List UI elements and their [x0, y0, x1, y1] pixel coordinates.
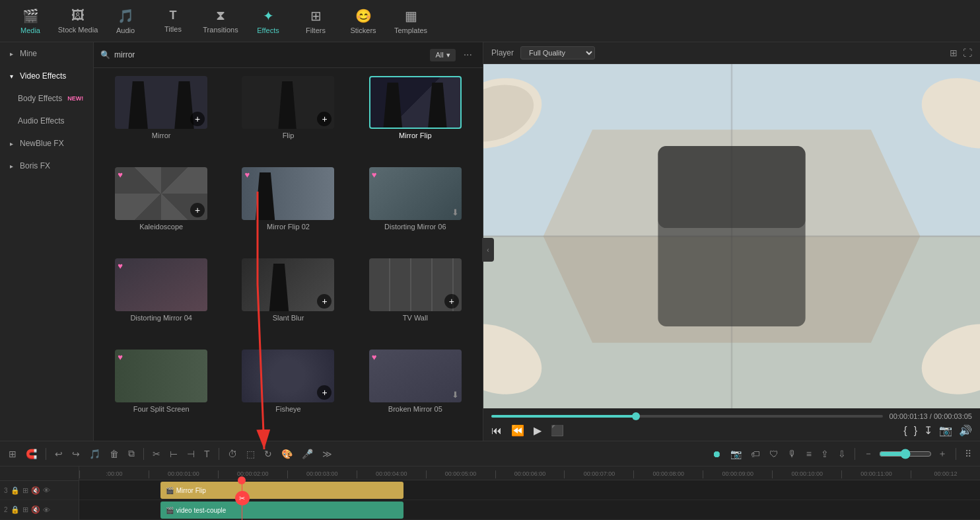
record-button[interactable]: ⏺: [709, 447, 724, 461]
clip-video-test-couple[interactable]: 🎬 video test-couple: [160, 501, 403, 519]
effect-item-fisheye[interactable]: + Fisheye: [226, 347, 350, 435]
toolbar-item-effects[interactable]: ✦ Effects: [244, 1, 292, 41]
progress-thumb[interactable]: [632, 412, 640, 420]
crop-button[interactable]: ⬚: [243, 447, 258, 461]
sidebar-item-audio-effects[interactable]: Audio Effects: [0, 110, 93, 132]
trim-start-button[interactable]: ⊢: [166, 447, 181, 461]
quality-select[interactable]: Full Quality Half Quality Quarter Qualit…: [520, 46, 595, 59]
toolbar-item-transitions[interactable]: ⧗ Transitions: [197, 1, 244, 41]
toolbar-separator-4: [855, 448, 855, 460]
mute-icon-3[interactable]: 🔇: [31, 486, 40, 495]
add-kaleidoscope-button[interactable]: +: [190, 203, 205, 217]
magnetic-button[interactable]: 🧲: [22, 447, 40, 461]
step-back-button[interactable]: ⏪: [511, 424, 524, 437]
rewind-button[interactable]: ⏮: [491, 425, 502, 437]
mark-out-button[interactable]: }: [914, 425, 917, 437]
captions-button[interactable]: ≡: [803, 447, 815, 461]
grid-view-button[interactable]: ⊞: [950, 48, 958, 58]
effect-item-four-split-screen[interactable]: ♥ Four Split Screen: [99, 347, 223, 435]
mark-in-button[interactable]: {: [903, 425, 907, 437]
eye-icon-2[interactable]: 👁: [43, 506, 50, 514]
add-fisheye-button[interactable]: +: [317, 385, 332, 400]
add-tvwall-button[interactable]: +: [444, 294, 459, 309]
collapse-panel-button[interactable]: ‹: [482, 238, 494, 262]
effect-item-tv-wall[interactable]: + TV Wall: [353, 256, 477, 344]
effect-item-kaleidoscope[interactable]: ♥ + Kaleidoscope: [99, 165, 223, 253]
sidebar-item-mine[interactable]: ▸ Mine: [0, 42, 93, 65]
fullscreen-button[interactable]: ⛶: [963, 48, 972, 58]
toolbar-item-templates[interactable]: ▦ Templates: [387, 1, 435, 41]
search-input[interactable]: [114, 50, 426, 59]
redo-button[interactable]: ↪: [69, 447, 83, 461]
sidebar-item-newblue-fx[interactable]: ▸ NewBlue FX: [0, 132, 93, 155]
shield-button[interactable]: 🛡: [766, 447, 782, 461]
speed-button[interactable]: ⏱: [225, 447, 240, 461]
add-slantblur-button[interactable]: +: [317, 294, 332, 309]
progress-bar[interactable]: [491, 415, 883, 418]
effect-item-distorting-mirror-04[interactable]: ♥ Distorting Mirror 04: [99, 256, 223, 344]
control-buttons: ⏮ ⏪ ▶ ⬛ { } ↧ 📷 🔊: [491, 424, 972, 437]
capture-button[interactable]: 📷: [939, 424, 952, 437]
import-button[interactable]: ⇩: [835, 447, 849, 461]
stop-button[interactable]: ⬛: [551, 424, 564, 437]
grid-icon-2[interactable]: ⊞: [22, 505, 28, 514]
more-options-button[interactable]: ···: [460, 48, 476, 62]
effect-thumb-kaleidoscope: ♥ +: [115, 167, 207, 220]
mic-button[interactable]: 🎙: [785, 447, 800, 461]
color-button[interactable]: 🎨: [278, 447, 296, 461]
grid-button[interactable]: ⠿: [962, 447, 975, 461]
add-mirror-button[interactable]: +: [190, 112, 205, 126]
zoom-slider[interactable]: [879, 449, 932, 459]
grid-icon-3[interactable]: ⊞: [22, 486, 28, 495]
audio-detach-button[interactable]: 🎵: [86, 447, 104, 461]
more-tools-button[interactable]: ≫: [319, 447, 335, 461]
effect-thumb-mirror-flip: [369, 76, 462, 129]
download-distmirror06: ⬇: [452, 207, 459, 217]
delete-button[interactable]: 🗑: [106, 447, 122, 461]
eye-icon-3[interactable]: 👁: [43, 486, 50, 494]
toolbar-item-titles[interactable]: T Titles: [149, 1, 197, 41]
playhead[interactable]: ✂: [242, 480, 242, 520]
effect-item-broken-mirror-05[interactable]: ♥ ⬇ Broken Mirror 05: [353, 347, 477, 435]
volume-button[interactable]: 🔊: [959, 424, 972, 437]
effect-item-flip[interactable]: + Flip: [226, 73, 350, 162]
cut-button[interactable]: ✂: [149, 447, 164, 461]
zoom-out-button[interactable]: －: [860, 446, 876, 462]
fav-distmirror06: ♥: [372, 170, 377, 180]
toolbar-item-audio[interactable]: 🎵 Audio: [102, 1, 149, 41]
snapshot-button[interactable]: 📷: [727, 447, 745, 461]
insert-button[interactable]: ↧: [924, 424, 932, 437]
effect-item-mirror-flip-02[interactable]: ♥ Mirror Flip 02: [226, 165, 350, 253]
sidebar-item-video-effects[interactable]: ▾ Video Effects: [0, 65, 93, 87]
sidebar-item-boris-fx[interactable]: ▸ Boris FX: [0, 155, 93, 177]
add-flip-button[interactable]: +: [317, 112, 332, 126]
export-button[interactable]: ⇪: [818, 447, 832, 461]
copy-button[interactable]: ⧉: [125, 446, 138, 461]
lock-icon-2[interactable]: 🔒: [11, 505, 20, 514]
text-button[interactable]: T: [201, 447, 213, 461]
undo-button[interactable]: ↩: [52, 447, 66, 461]
effect-label-kaleidoscope: Kaleidoscope: [139, 223, 183, 231]
timeline-content: ✂ 🎬 Mirror Flip 🎬 video test-couple: [79, 480, 980, 520]
mute-icon-2[interactable]: 🔇: [31, 505, 40, 514]
toolbar-item-stickers[interactable]: 😊 Stickers: [339, 1, 387, 41]
toolbar-item-media[interactable]: 🎬 Media: [7, 1, 54, 41]
voice-button[interactable]: 🎤: [298, 447, 316, 461]
filter-button[interactable]: All ▾: [430, 49, 455, 61]
rotate-button[interactable]: ↻: [261, 447, 275, 461]
effect-item-slant-blur[interactable]: + Slant Blur: [226, 256, 350, 344]
effect-item-mirror[interactable]: + Mirror: [99, 73, 223, 162]
clip-mirror-flip[interactable]: 🎬 Mirror Flip: [160, 482, 403, 499]
markers-button[interactable]: 🏷: [748, 447, 763, 461]
toolbar-item-filters[interactable]: ⊞ Filters: [292, 1, 339, 41]
play-button[interactable]: ▶: [534, 424, 542, 437]
effect-item-distorting-mirror-06[interactable]: ♥ ⬇ Distorting Mirror 06: [353, 165, 477, 253]
toolbar-item-stock-media[interactable]: 🖼 Stock Media: [54, 1, 102, 41]
zoom-in-button[interactable]: ＋: [934, 446, 950, 462]
chevron-video-effects: ▾: [10, 73, 13, 80]
lock-icon-3[interactable]: 🔒: [11, 486, 20, 495]
trim-end-button[interactable]: ⊣: [184, 447, 198, 461]
sidebar-item-body-effects[interactable]: Body Effects NEW!: [0, 87, 93, 110]
effect-item-mirror-flip[interactable]: Mirror Flip: [353, 73, 477, 162]
add-track-button[interactable]: ⊞: [5, 447, 20, 461]
